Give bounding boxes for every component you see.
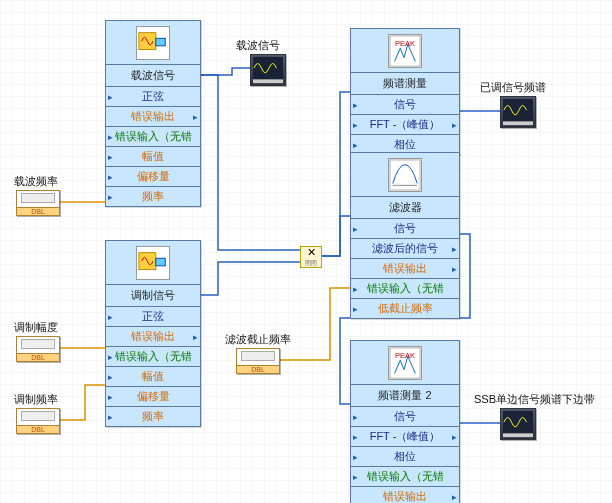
block-row[interactable]: 错误输入（无错▸ bbox=[351, 467, 459, 487]
cutoff-freq-control[interactable] bbox=[236, 348, 280, 374]
svg-rect-11 bbox=[253, 79, 283, 83]
chevron-right-icon: ▸ bbox=[353, 100, 358, 110]
block-row[interactable]: 正弦▸ bbox=[106, 307, 200, 327]
block-row[interactable]: 错误输入（无错▸ bbox=[351, 279, 459, 299]
block-row[interactable]: 频率▸ bbox=[106, 187, 200, 206]
block-head: PEAK bbox=[351, 341, 459, 385]
block-row[interactable]: 错误输出▸ bbox=[106, 107, 200, 127]
block-title: 滤波器 bbox=[351, 197, 459, 219]
control-label: 调制频率 bbox=[14, 392, 58, 407]
mod-freq-control[interactable] bbox=[16, 408, 60, 434]
chevron-right-icon: ▸ bbox=[108, 352, 113, 362]
chevron-right-icon: ▸ bbox=[108, 192, 113, 202]
block-row[interactable]: 错误输出▸ bbox=[106, 327, 200, 347]
block-row[interactable]: 错误输出▸ bbox=[351, 259, 459, 279]
svg-rect-13 bbox=[503, 121, 533, 125]
chevron-right-icon: ▸ bbox=[452, 432, 457, 442]
block-row[interactable]: 正弦▸ bbox=[106, 87, 200, 107]
chevron-right-icon: ▸ bbox=[353, 304, 358, 314]
block-title: 频谱测量 2 bbox=[351, 385, 459, 407]
mod-amplitude-control[interactable] bbox=[16, 336, 60, 362]
multiply-symbol: ✕ bbox=[307, 246, 316, 259]
svg-rect-1 bbox=[156, 38, 165, 46]
chevron-right-icon: ▸ bbox=[108, 392, 113, 402]
block-row[interactable]: 错误输入（无错▸ bbox=[106, 347, 200, 367]
chevron-right-icon: ▸ bbox=[108, 132, 113, 142]
carrier-freq-control[interactable] bbox=[16, 190, 60, 216]
chevron-right-icon: ▸ bbox=[353, 472, 358, 482]
chevron-right-icon: ▸ bbox=[353, 140, 358, 150]
chevron-right-icon: ▸ bbox=[108, 92, 113, 102]
block-row[interactable]: 相位▸ bbox=[351, 447, 459, 467]
chevron-right-icon: ▸ bbox=[108, 372, 113, 382]
block-spec2: PEAK 频谱测量 2 信号▸FFT -（峰值）▸▸相位▸错误输入（无错▸错误输… bbox=[350, 340, 460, 503]
control-label: 载波频率 bbox=[14, 174, 58, 189]
chevron-right-icon: ▸ bbox=[353, 432, 358, 442]
indicator-label: SSB单边信号频谱下边带 bbox=[474, 392, 595, 407]
block-title: 载波信号 bbox=[106, 65, 200, 87]
chevron-right-icon: ▸ bbox=[108, 172, 113, 182]
block-title: 调制信号 bbox=[106, 285, 200, 307]
block-head bbox=[106, 21, 200, 65]
svg-rect-10 bbox=[253, 57, 283, 80]
block-filter: 滤波器 信号▸滤波后的信号▸错误输出▸错误输入（无错▸低截止频率▸ bbox=[350, 152, 460, 319]
chevron-right-icon: ▸ bbox=[353, 224, 358, 234]
svg-rect-14 bbox=[503, 411, 533, 434]
block-row[interactable]: FFT -（峰值）▸▸ bbox=[351, 115, 459, 135]
chevron-right-icon: ▸ bbox=[193, 112, 198, 122]
block-row[interactable]: 错误输出▸ bbox=[351, 487, 459, 503]
svg-rect-3 bbox=[156, 258, 165, 266]
chevron-right-icon: ▸ bbox=[452, 264, 457, 274]
block-row[interactable]: FFT -（峰值）▸▸ bbox=[351, 427, 459, 447]
signalgen-icon bbox=[136, 26, 170, 60]
svg-text:PEAK: PEAK bbox=[395, 39, 415, 48]
chevron-right-icon: ▸ bbox=[108, 312, 113, 322]
block-mod: 调制信号 正弦▸错误输出▸错误输入（无错▸幅值▸偏移量▸频率▸ bbox=[105, 240, 201, 427]
block-head bbox=[351, 153, 459, 197]
chevron-right-icon: ▸ bbox=[353, 452, 358, 462]
indicator-label: 已调信号频谱 bbox=[480, 80, 546, 95]
block-spec1: PEAK 频谱测量 信号▸FFT -（峰值）▸▸相位▸ bbox=[350, 28, 460, 155]
block-head bbox=[106, 241, 200, 285]
block-row[interactable]: 幅值▸ bbox=[106, 147, 200, 167]
block-row[interactable]: 信号▸ bbox=[351, 219, 459, 239]
chevron-right-icon: ▸ bbox=[452, 120, 457, 130]
mod-spectrum-indicator[interactable] bbox=[500, 96, 536, 128]
block-row[interactable]: 信号▸ bbox=[351, 407, 459, 427]
block-carrier: 载波信号 正弦▸错误输出▸错误输入（无错▸幅值▸偏移量▸频率▸ bbox=[105, 20, 201, 207]
block-head: PEAK bbox=[351, 29, 459, 73]
block-row[interactable]: 滤波后的信号▸ bbox=[351, 239, 459, 259]
chevron-right-icon: ▸ bbox=[353, 120, 358, 130]
block-row[interactable]: 偏移量▸ bbox=[106, 387, 200, 407]
block-row[interactable]: 频率▸ bbox=[106, 407, 200, 426]
block-row[interactable]: 低截止频率▸ bbox=[351, 299, 459, 318]
chevron-right-icon: ▸ bbox=[193, 332, 198, 342]
chevron-right-icon: ▸ bbox=[452, 492, 457, 502]
svg-rect-12 bbox=[503, 99, 533, 122]
signalgen-icon bbox=[136, 246, 170, 280]
block-row[interactable]: 信号▸ bbox=[351, 95, 459, 115]
block-row[interactable]: 错误输入（无错▸ bbox=[106, 127, 200, 147]
chevron-right-icon: ▸ bbox=[353, 412, 358, 422]
peak-icon: PEAK bbox=[388, 346, 422, 380]
multiply-sub: 图图 bbox=[305, 259, 317, 268]
control-label: 调制幅度 bbox=[14, 320, 58, 335]
carrier-signal-indicator[interactable] bbox=[250, 54, 286, 86]
svg-text:PEAK: PEAK bbox=[395, 351, 415, 360]
ssb-spectrum-indicator[interactable] bbox=[500, 408, 536, 440]
block-title: 频谱测量 bbox=[351, 73, 459, 95]
chevron-right-icon: ▸ bbox=[353, 284, 358, 294]
chevron-right-icon: ▸ bbox=[452, 244, 457, 254]
block-row[interactable]: 偏移量▸ bbox=[106, 167, 200, 187]
chevron-right-icon: ▸ bbox=[108, 152, 113, 162]
filter-icon bbox=[388, 158, 422, 192]
block-row[interactable]: 幅值▸ bbox=[106, 367, 200, 387]
indicator-label: 载波信号 bbox=[236, 38, 280, 53]
chevron-right-icon: ▸ bbox=[108, 412, 113, 422]
control-label: 滤波截止频率 bbox=[225, 332, 291, 347]
svg-rect-15 bbox=[503, 433, 533, 437]
multiply-node: ✕ 图图 bbox=[300, 246, 322, 268]
peak-icon: PEAK bbox=[388, 34, 422, 68]
